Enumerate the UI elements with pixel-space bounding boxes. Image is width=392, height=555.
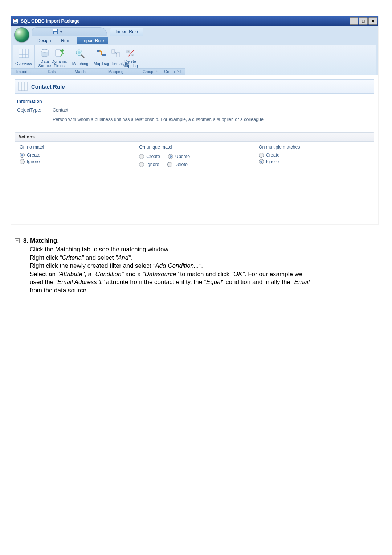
lbl-matching: Matching [72,60,89,68]
tab-import-rule[interactable]: Import Rule [110,28,143,36]
rule-banner: Contact Rule [15,79,374,94]
caption-data: Data [33,68,71,75]
multiple-create[interactable]: Create [259,153,369,158]
unique-ignore[interactable]: Ignore [139,162,159,167]
subtab-design[interactable]: Design [32,37,56,44]
svg-rect-26 [112,50,115,53]
rule-title: Contact Rule [31,84,65,90]
svg-rect-9 [54,32,57,34]
svg-rect-10 [56,29,56,31]
save-icon[interactable] [52,29,58,35]
unique-update[interactable]: Update [168,154,190,159]
radio-icon [139,154,144,159]
actions-panel: Actions On no match Create Ignore [15,132,374,175]
group-import: Overview Import... [13,45,35,75]
svg-line-22 [81,55,84,58]
objecttype-value: Contact [53,108,68,113]
svg-rect-3 [15,19,16,20]
svg-rect-4 [17,19,17,20]
ribbon: ▾ Import Rule Design Run Import Rule [11,26,378,75]
nomatch-create[interactable]: Create [20,153,130,158]
step-title: 8. Matching. [23,237,59,245]
col-unique-match: On unique match Create Update [135,143,254,170]
instructions: − 8. Matching. Click the Matching tab to… [15,237,392,295]
svg-point-25 [99,50,101,52]
unique-create[interactable]: Create [139,154,160,159]
window-title: SQL ODBC Import Package [21,19,79,24]
radio-icon [167,162,172,167]
nomatch-title: On no match [20,145,130,150]
btn-matching[interactable]: Matching [74,48,86,68]
nomatch-ignore[interactable]: Ignore [20,159,130,164]
svg-rect-6 [14,22,17,23]
app-window: SQL ODBC Import Package _ □ ✕ ▾ Import [11,16,378,224]
lbl-overview: Overview [15,60,32,68]
qat-menu-icon[interactable]: ▾ [60,30,62,34]
radio-icon [259,159,264,164]
btn-datasource[interactable]: Data Source [38,48,51,68]
svg-rect-5 [14,21,17,21]
svg-rect-24 [102,54,106,56]
svg-point-21 [78,51,81,54]
multiple-title: On multiple matches [259,145,369,150]
svg-point-19 [61,49,64,52]
radio-icon [20,153,25,158]
step-line: Right click "Criteria" and select "And". [30,254,392,262]
grid-icon [18,82,28,91]
objecttype-description: Person with whom a business unit has a r… [53,117,374,122]
actions-header: Actions [15,133,374,142]
multiple-ignore[interactable]: Ignore [259,159,369,164]
lbl-delete-mapping: Delete Mapping [123,60,138,68]
unique-delete[interactable]: Delete [167,162,188,167]
section-information: Information [17,99,374,104]
radio-icon [139,162,144,167]
group-extra-2: Group↘ [162,45,183,75]
btn-transformations[interactable]: Transformations [110,48,122,68]
collapse-icon[interactable]: − [15,238,20,243]
svg-rect-2 [14,19,15,20]
svg-rect-33 [19,82,27,91]
lbl-dynamic-fields: Dynamic Fields [52,60,67,68]
svg-point-17 [41,49,48,52]
btn-delete-mapping[interactable]: Delete Mapping [124,48,136,68]
objecttype-label: ObjectType: [17,108,47,113]
group-data: Data Source Dynamic Fields Data [35,45,69,75]
content-area: Contact Rule Information ObjectType: Con… [11,75,378,224]
radio-icon [168,154,173,159]
step-line: Right click the newly created filter and… [30,262,392,270]
dialog-launcher-icon[interactable]: ↘ [176,70,181,73]
step-line: from the data source. [30,287,392,295]
radio-icon [259,153,264,158]
group-mapping: Mapping Transformations Delete Mapping M… [91,45,140,75]
quick-access-toolbar: ▾ [32,27,107,36]
step-line: Click the Matching tab to see the matchi… [30,246,392,254]
col-multiple-matches: On multiple matches Create Ignore [254,143,374,170]
subtab-run[interactable]: Run [56,37,74,44]
subtab-import-rule[interactable]: Import Rule [77,37,108,44]
group-extra-1: Group↘ [140,45,162,75]
group-match: Matching Match [69,45,91,75]
caption-group2: Group↘ [160,68,185,75]
col-no-match: On no match Create Ignore [15,143,135,170]
close-button[interactable]: ✕ [368,17,377,25]
svg-rect-8 [53,29,57,31]
caption-mapping: Mapping [89,68,142,75]
radio-icon [20,159,25,164]
btn-overview[interactable]: Overview [17,48,30,68]
step-line: used the "Email Address 1" attribute fro… [30,278,392,286]
step-line: Select an "Attribute", a "Condition" and… [30,270,392,278]
minimize-button[interactable]: _ [350,17,358,25]
group-filler: . [183,45,376,75]
btn-dynamic-fields[interactable]: Dynamic Fields [53,48,65,68]
ribbon-groups: Overview Import... Data Source Dynamic [13,45,376,75]
maximize-button[interactable]: □ [359,17,368,25]
svg-rect-11 [19,49,28,58]
app-icon [13,18,19,24]
title-bar: SQL ODBC Import Package _ □ ✕ [11,16,378,26]
orb-button[interactable] [14,27,29,42]
dialog-launcher-icon[interactable]: ↘ [155,70,159,73]
lbl-datasource: Data Source [38,60,51,68]
unique-title: On unique match [139,145,250,150]
